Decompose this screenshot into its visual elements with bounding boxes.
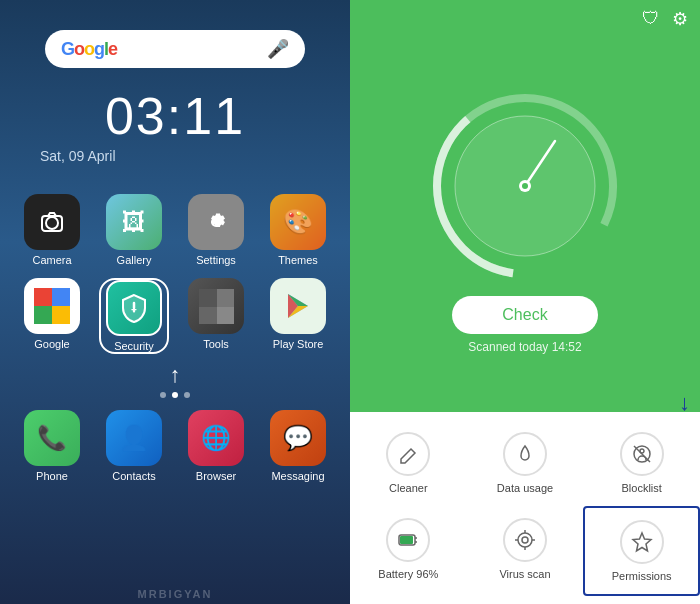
permissions-label: Permissions [612, 570, 672, 582]
shield-top-icon[interactable]: 🛡 [642, 8, 660, 30]
app-security[interactable]: + Security [99, 278, 169, 354]
svg-rect-4 [34, 306, 52, 324]
browser-icon: 🌐 [188, 410, 244, 466]
check-button[interactable]: Check [452, 296, 597, 334]
cleaner-label: Cleaner [389, 482, 428, 494]
battery-icon [386, 518, 430, 562]
themes-label: Themes [278, 254, 318, 266]
google-icon [24, 278, 80, 334]
messaging-label: Messaging [271, 470, 324, 482]
security-icon: + [106, 280, 162, 336]
cleaner-icon [386, 432, 430, 476]
watermark: MRBIGYAN [138, 588, 213, 600]
data-usage-icon [503, 432, 547, 476]
feature-data-usage[interactable]: Data usage [467, 420, 584, 506]
gallery-icon: 🖼 [106, 194, 162, 250]
feature-battery[interactable]: Battery 96% [350, 506, 467, 596]
blue-arrow: ↓ [679, 392, 690, 414]
app-gallery[interactable]: 🖼 Gallery [99, 194, 169, 266]
permissions-icon [620, 520, 664, 564]
blocklist-label: Blocklist [621, 482, 661, 494]
feature-virus-scan[interactable]: Virus scan [467, 506, 584, 596]
feature-cleaner[interactable]: Cleaner [350, 420, 467, 506]
app-camera[interactable]: Camera [17, 194, 87, 266]
search-bar[interactable]: Google 🎤 [45, 30, 305, 68]
svg-point-30 [522, 537, 528, 543]
svg-marker-35 [633, 533, 651, 551]
svg-rect-11 [217, 307, 234, 324]
app-contacts[interactable]: 👤 Contacts [99, 410, 169, 482]
app-phone[interactable]: 📞 Phone [17, 410, 87, 482]
dot-1 [160, 392, 166, 398]
battery-label: Battery 96% [378, 568, 438, 580]
date-display: Sat, 09 April [40, 148, 116, 164]
feature-permissions[interactable]: Permissions [583, 506, 700, 596]
svg-rect-3 [52, 288, 70, 306]
playstore-label: Play Store [273, 338, 324, 350]
contacts-icon: 👤 [106, 410, 162, 466]
app-google[interactable]: Google [17, 278, 87, 354]
playstore-icon [270, 278, 326, 334]
svg-rect-9 [217, 289, 234, 307]
themes-icon: 🎨 [270, 194, 326, 250]
tools-label: Tools [203, 338, 229, 350]
app-themes[interactable]: 🎨 Themes [263, 194, 333, 266]
settings-top-icon[interactable]: ⚙ [672, 8, 688, 30]
left-panel: Google 🎤 03:11 Sat, 09 April Camera 🖼 Ga… [0, 0, 350, 604]
svg-text:+: + [131, 304, 137, 315]
svg-rect-2 [34, 288, 52, 306]
svg-point-21 [522, 183, 528, 189]
virus-scan-icon [503, 518, 547, 562]
app-messaging[interactable]: 💬 Messaging [263, 410, 333, 482]
data-usage-label: Data usage [497, 482, 553, 494]
scanned-text: Scanned today 14:52 [468, 340, 581, 354]
google-label: Google [34, 338, 69, 350]
camera-icon [24, 194, 80, 250]
settings-icon [188, 194, 244, 250]
svg-rect-26 [400, 536, 413, 544]
page-dots [160, 392, 190, 398]
svg-point-29 [518, 533, 532, 547]
svg-rect-10 [199, 307, 217, 324]
feature-blocklist[interactable]: ↓ Blocklist [583, 420, 700, 506]
time-display: 03:11 [105, 86, 245, 146]
app-tools[interactable]: Tools [181, 278, 251, 354]
bottom-dock: 📞 Phone 👤 Contacts 🌐 Browser 💬 Messaging [17, 410, 333, 482]
contacts-label: Contacts [112, 470, 155, 482]
speedometer-svg [425, 86, 625, 286]
phone-icon: 📞 [24, 410, 80, 466]
right-top-bar: 🛡 ⚙ [350, 0, 700, 38]
camera-label: Camera [32, 254, 71, 266]
virus-scan-label: Virus scan [499, 568, 550, 580]
svg-point-0 [46, 217, 58, 229]
gallery-label: Gallery [117, 254, 152, 266]
browser-label: Browser [196, 470, 236, 482]
app-browser[interactable]: 🌐 Browser [181, 410, 251, 482]
app-playstore[interactable]: Play Store [263, 278, 333, 354]
dot-2 [172, 392, 178, 398]
features-grid: Cleaner Data usage ↓ Blocklist [350, 412, 700, 604]
tools-icon [188, 278, 244, 334]
app-grid-row2: Google + Security [17, 278, 333, 354]
blocklist-icon [620, 432, 664, 476]
messaging-icon: 💬 [270, 410, 326, 466]
right-panel: 🛡 ⚙ Check Scanned today 14:52 [350, 0, 700, 604]
phone-label: Phone [36, 470, 68, 482]
speedometer-area: Check Scanned today 14:52 [350, 38, 700, 412]
app-settings[interactable]: Settings [181, 194, 251, 266]
dot-3 [184, 392, 190, 398]
settings-label: Settings [196, 254, 236, 266]
app-grid-row1: Camera 🖼 Gallery Settings 🎨 Themes [17, 194, 333, 266]
svg-rect-8 [199, 289, 217, 307]
svg-rect-5 [52, 306, 70, 324]
microphone-icon[interactable]: 🎤 [267, 38, 289, 60]
scroll-arrow: ↑ [170, 362, 181, 388]
google-logo: Google [61, 39, 117, 60]
security-label: Security [114, 340, 154, 352]
